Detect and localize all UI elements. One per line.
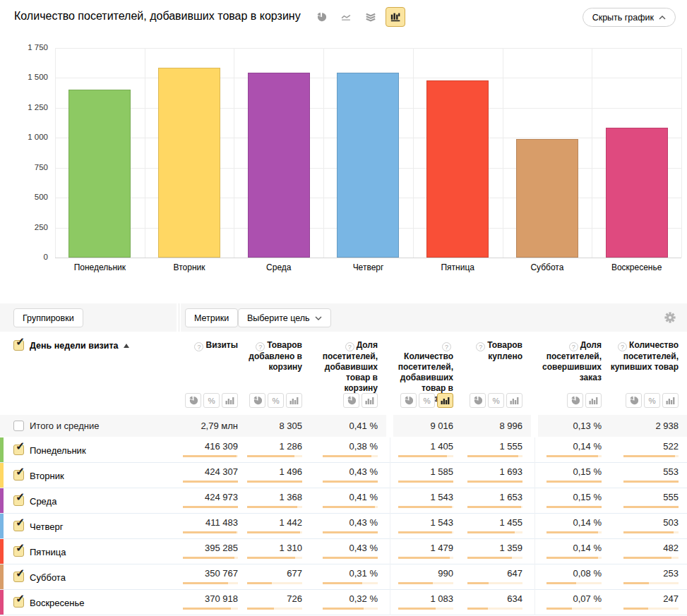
metric-view-bar-button[interactable] [662,393,679,408]
spark-bar [247,531,302,533]
row-checkbox[interactable] [13,546,24,557]
metric-view-percent-button[interactable]: % [268,393,284,408]
metrics-button[interactable]: Метрики [185,308,238,327]
metric-view-percent-button[interactable]: % [203,393,220,408]
chart-bar[interactable] [158,68,220,258]
metric-view-bar-button[interactable] [222,393,238,408]
metric-view-pie-button[interactable] [470,393,486,408]
row-label: Понедельник [30,445,86,456]
spark-bar [323,582,378,584]
metric-view-bar-button[interactable] [506,393,522,408]
metric-value: 634 [462,593,522,604]
chart-bar[interactable] [68,90,131,258]
spark-bar [546,506,602,508]
goal-picker-label: Выберите цель [247,313,310,323]
spark-bar [398,481,453,483]
row-checkbox[interactable] [13,521,24,531]
chart-type-pie-icon[interactable] [311,7,331,27]
spark-bar [623,455,679,457]
spark-bar-fill [183,608,231,610]
metric-view-percent-button[interactable]: % [419,393,435,408]
goal-picker-button[interactable]: Выберите цель [238,308,331,327]
row-color-stripe [0,590,4,615]
metric-view-bar-button[interactable] [437,393,453,408]
spark-bar [247,481,302,483]
help-icon[interactable]: ? [618,342,627,351]
chart-bar[interactable] [337,73,399,258]
groupings-button[interactable]: Группировки [13,308,83,327]
metric-view-pie-button[interactable] [400,393,417,408]
chart-bar[interactable] [426,80,489,258]
chart-bar[interactable] [606,128,668,258]
y-axis-tick-label: 1 250 [3,103,48,111]
metric-view-pie-button[interactable] [249,393,265,408]
spark-bar-fill [546,608,572,610]
help-icon[interactable]: ? [569,342,578,351]
spark-bar [546,557,602,559]
metric-view-bar-button[interactable] [286,393,302,408]
spark-bar-fill [546,531,598,533]
chevron-down-icon [315,316,322,320]
chart-type-bar-icon[interactable] [386,7,405,27]
chart-bar[interactable] [248,73,310,258]
spark-bar-fill [323,481,378,483]
spark-bar-fill [398,481,453,483]
spark-bar-fill [183,481,238,483]
chart-bar[interactable] [516,139,578,258]
metric-value: 482 [610,543,679,553]
grouping-column-header[interactable]: День недели визита [30,341,129,351]
metric-value: 1 653 [462,492,522,502]
row-checkbox[interactable] [13,597,24,608]
metric-view-percent-button[interactable]: % [488,393,504,408]
metric-view-pie-button[interactable] [567,393,583,408]
hide-chart-button[interactable]: Скрыть график [583,8,676,27]
spark-bar-fill [623,557,671,559]
help-icon[interactable]: ? [256,342,265,351]
chart-type-line-icon[interactable] [336,7,356,27]
spark-bar [323,531,378,533]
row-checkbox[interactable] [13,470,24,481]
chart-type-stacked-area-icon[interactable] [361,7,381,27]
help-icon[interactable]: ? [442,342,451,351]
totals-checkbox[interactable] [13,421,24,431]
spark-bar [323,557,378,559]
help-icon[interactable]: ? [345,342,354,351]
gridline [323,48,324,258]
metric-value: 416 309 [178,441,238,452]
spark-bar [247,582,302,584]
spark-bar-fill [183,531,237,533]
chart-x-label: Вторник [145,262,234,272]
metric-value: 1 359 [462,543,522,553]
metrics-label: Метрики [194,313,229,323]
metric-view-pie-button[interactable] [185,393,201,408]
metric-value: 503 [610,517,679,528]
y-axis-tick-label: 500 [3,193,48,201]
spark-bar-fill [467,455,518,457]
metric-value: 990 [393,568,453,579]
spark-bar [623,481,679,483]
metric-view-bar-button[interactable] [585,393,602,408]
metric-value: 553 [610,466,679,477]
table-body: Понедельник416 3091 2860,38 %1 4051 5550… [0,437,687,616]
row-checkbox[interactable] [13,572,24,582]
row-label: Суббота [30,572,66,583]
metric-value: 1 442 [246,517,302,528]
metric-view-pie-button[interactable] [626,393,642,408]
row-checkbox[interactable] [13,495,24,506]
metric-view-pie-button[interactable] [343,393,359,408]
totals-label: Итого и средние [30,421,99,431]
metric-view-toggles [311,393,378,408]
spark-bar-fill [247,531,300,533]
spark-bar [467,455,522,457]
table-row: Понедельник416 3091 2860,38 %1 4051 5550… [0,437,687,463]
help-icon[interactable]: ? [476,342,485,351]
grouping-header-checkbox[interactable] [13,340,24,351]
row-checkbox[interactable] [13,445,24,455]
help-icon[interactable]: ? [194,342,203,351]
metric-view-bar-button[interactable] [362,393,378,408]
gear-icon[interactable] [664,312,676,323]
metric-view-percent-button[interactable]: % [644,393,660,408]
chart-x-label: Среда [234,262,323,272]
chevron-up-icon [659,16,666,20]
spark-bar [398,608,453,610]
